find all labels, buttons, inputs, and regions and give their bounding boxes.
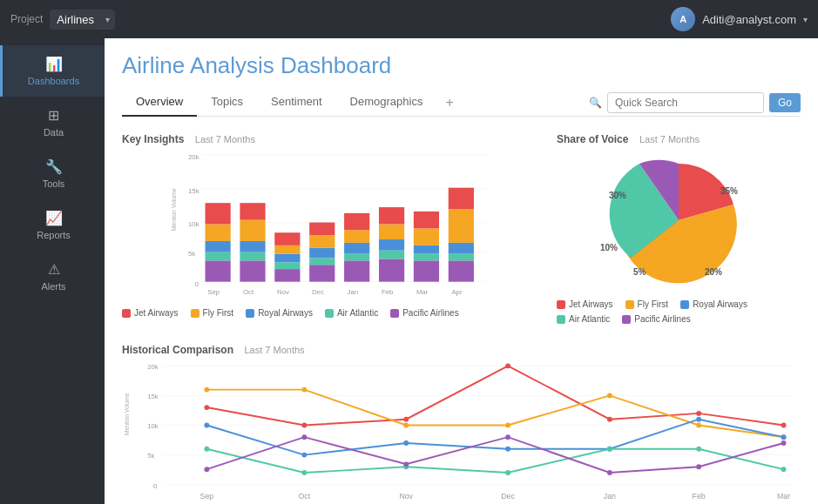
tabs-search-row: Overview Topics Sentiment Demographics +… (122, 90, 801, 117)
tab-demographics[interactable]: Demographics (336, 90, 437, 117)
charts-row: Key Insights Last 7 Months 20k 15k 10k 5… (122, 131, 801, 324)
svg-rect-35 (344, 213, 369, 230)
pie-dot-jet (557, 300, 565, 309)
svg-point-84 (403, 417, 409, 422)
pie-legend-jet: Jet Airways (557, 299, 613, 309)
svg-rect-49 (449, 209, 474, 243)
svg-rect-17 (240, 252, 265, 261)
search-go-button[interactable]: Go (769, 93, 801, 112)
svg-point-101 (696, 417, 701, 422)
search-icon: 🔍 (589, 97, 602, 109)
svg-rect-47 (449, 254, 474, 261)
svg-text:Oct: Oct (299, 492, 311, 501)
project-label: Project (10, 13, 43, 25)
pie-dot-royal (680, 300, 689, 309)
share-of-voice-label: Share of Voice (557, 133, 628, 145)
legend-dot-pacific (390, 309, 399, 318)
project-dropdown[interactable]: Airlines (50, 10, 115, 30)
svg-rect-18 (240, 241, 265, 252)
legend-dot-royal (246, 309, 254, 318)
svg-text:10k: 10k (147, 422, 159, 430)
svg-point-93 (607, 393, 612, 399)
search-input[interactable] (607, 92, 764, 113)
historical-sublabel: Last 7 Months (244, 345, 304, 355)
svg-text:Feb: Feb (693, 492, 706, 501)
dashboards-icon: 📊 (45, 56, 63, 72)
svg-point-91 (403, 423, 409, 428)
svg-rect-33 (344, 243, 369, 254)
svg-rect-13 (206, 241, 231, 252)
pie-chart-svg: 35% 30% 5% 10% 20% (592, 146, 766, 294)
svg-rect-44 (414, 228, 439, 245)
tab-topics[interactable]: Topics (197, 90, 257, 117)
legend-label-air: Air Atlantic (337, 308, 378, 318)
svg-text:Nov: Nov (399, 492, 413, 501)
svg-rect-15 (206, 203, 231, 224)
svg-rect-27 (309, 258, 335, 265)
svg-point-96 (204, 423, 209, 428)
sidebar-item-data[interactable]: ⊞ Data (0, 97, 105, 148)
svg-point-97 (301, 453, 307, 458)
svg-rect-28 (309, 248, 335, 259)
svg-rect-37 (379, 251, 404, 259)
sidebar-item-alerts[interactable]: ⚠ Alerts (0, 251, 105, 302)
legend-jet-airways: Jet Airways (122, 308, 179, 318)
pie-dot-fly (625, 300, 634, 309)
historical-label: Historical Comparison (122, 344, 233, 356)
svg-point-89 (204, 387, 209, 393)
svg-text:Feb: Feb (382, 288, 393, 296)
user-dropdown-icon[interactable]: ▾ (803, 15, 808, 24)
svg-point-109 (781, 467, 787, 472)
user-avatar: A (671, 7, 695, 31)
sidebar-item-reports[interactable]: 📈 Reports (0, 199, 105, 251)
svg-point-82 (204, 405, 209, 410)
svg-text:10%: 10% (600, 243, 618, 252)
legend-air-atlantic: Air Atlantic (325, 308, 378, 318)
legend-label-royal: Royal Airways (258, 308, 313, 318)
bar-chart-legend: Jet Airways Fly First Royal Airways Air … (122, 308, 539, 318)
legend-royal-airways: Royal Airways (246, 308, 313, 318)
svg-text:15k: 15k (188, 187, 199, 195)
svg-text:30%: 30% (609, 191, 626, 200)
svg-point-92 (505, 423, 510, 428)
svg-point-113 (505, 434, 510, 440)
reports-icon: 📈 (45, 210, 63, 226)
svg-point-107 (607, 447, 612, 452)
svg-rect-25 (274, 232, 300, 245)
svg-rect-21 (274, 269, 300, 282)
historical-section: Historical Comparison Last 7 Months 20k … (122, 341, 801, 504)
svg-point-112 (403, 461, 409, 467)
svg-text:Mention Volume: Mention Volume (171, 188, 177, 231)
bar-chart: 20k 15k 10k 5k 0 Mention Volume (122, 146, 539, 303)
svg-text:0: 0 (153, 482, 158, 490)
pie-legend-royal: Royal Airways (680, 299, 747, 309)
svg-point-114 (607, 470, 612, 475)
search-area: 🔍 Go (589, 92, 801, 113)
svg-text:5k: 5k (188, 250, 195, 258)
svg-text:20k: 20k (147, 363, 159, 371)
svg-rect-11 (206, 260, 231, 281)
svg-text:15k: 15k (147, 393, 159, 400)
svg-rect-40 (379, 207, 404, 224)
svg-point-103 (204, 447, 209, 452)
svg-rect-46 (449, 260, 474, 281)
svg-point-99 (505, 447, 510, 452)
legend-dot-fly (191, 309, 199, 318)
tab-sentiment[interactable]: Sentiment (257, 90, 336, 117)
svg-rect-31 (344, 260, 369, 281)
svg-text:10k: 10k (188, 220, 199, 228)
sidebar-item-tools[interactable]: 🔧 Tools (0, 148, 105, 199)
legend-dot-jet (122, 309, 131, 318)
project-select[interactable]: Airlines (50, 10, 115, 30)
sidebar: 📊 Dashboards ⊞ Data 🔧 Tools 📈 Reports ⚠ … (0, 38, 105, 504)
sidebar-item-dashboards[interactable]: 📊 Dashboards (0, 45, 105, 97)
svg-rect-32 (344, 254, 369, 261)
pie-legend-pacific: Pacific Airlines (622, 314, 690, 324)
line-chart: 20k 15k 10k 5k 0 Mention Volume Sep Oct … (122, 357, 801, 504)
tab-overview[interactable]: Overview (122, 90, 197, 117)
share-of-voice-sublabel: Last 7 Months (639, 134, 700, 144)
svg-text:0: 0 (195, 280, 199, 288)
legend-dot-air (325, 309, 334, 318)
tab-add-button[interactable]: + (436, 90, 462, 116)
sidebar-label-dashboards: Dashboards (28, 76, 79, 86)
